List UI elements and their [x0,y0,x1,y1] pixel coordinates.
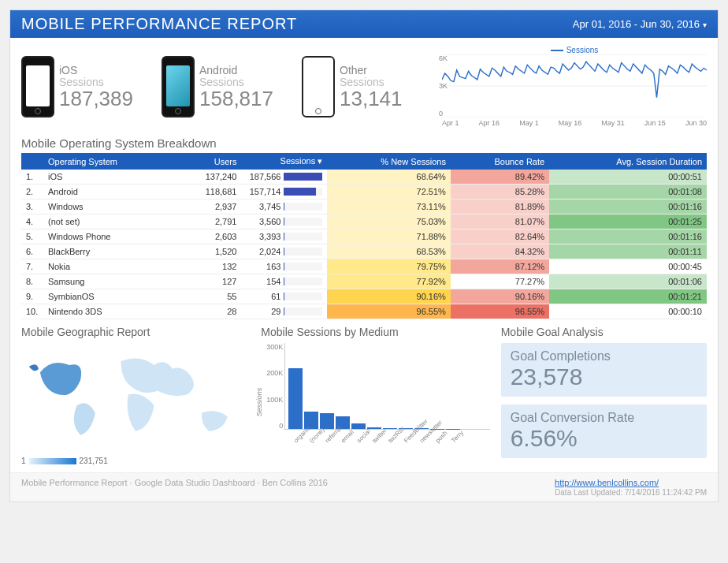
medium-bar-chart[interactable]: Sessions 300K200K100K0 organic(none)refe… [261,343,489,453]
map-gradient [29,458,76,464]
bar-twitter[interactable] [367,427,381,429]
bar-twzRss[interactable] [383,428,397,429]
goal-conversion-value: 6.56% [511,425,697,452]
goal-completions-card: Goal Completions 23,578 [501,343,707,397]
android-phone-icon [162,56,195,117]
table-row[interactable]: 3.Windows2,9373,74573.11%81.89%00:01:16 [21,199,707,214]
table-column-header[interactable]: Avg. Session Duration [549,153,707,170]
geo-title: Mobile Geographic Report [21,326,250,338]
android-label: Android [199,65,273,76]
medium-block: Mobile Sessions by Medium Sessions 300K2… [261,326,489,466]
sparkline-x-axis: Apr 1Apr 16May 1May 16May 31Jun 15Jun 30 [442,119,707,127]
map-max: 231,751 [80,457,108,465]
iphone-icon [21,56,54,117]
table-row[interactable]: 1.iOS137,240187,56668.64%89.42%00:00:51 [21,170,707,185]
table-column-header[interactable]: Sessions ▾ [241,153,327,170]
table-row[interactable]: 2.Android118,681157,71472.51%85.28%00:01… [21,185,707,199]
footer-updated: Data Last Updated: 7/14/2016 11:24:42 PM [555,488,707,497]
goal-title: Mobile Goal Analysis [501,326,707,338]
table-column-header[interactable]: Users [174,153,242,170]
footer-credit: Mobile Performance Report · Google Data … [21,478,328,497]
sessions-sparkline: Sessions 6K3K0 Apr 1Apr 16May 1May 16May… [442,46,707,127]
table-column-header[interactable]: Bounce Rate [451,153,549,170]
report-container: MOBILE PERFORMANCE REPORT Apr 01, 2016 -… [9,9,719,502]
other-label: Other [340,65,403,76]
medium-title: Mobile Sessions by Medium [261,326,489,338]
bar-referral[interactable] [320,413,334,429]
table-row[interactable]: 8.Samsung12715477.92%77.27%00:01:06 [21,274,707,289]
top-metrics-row: iOS Sessions 187,389 Android Sessions 15… [10,38,718,132]
footer-link[interactable]: http://www.benlcollins.com/ [555,478,659,487]
os-breakdown-table: Operating SystemUsersSessions ▾% New Ses… [21,153,707,319]
android-value: 158,817 [199,88,273,109]
report-footer: Mobile Performance Report · Google Data … [10,472,718,501]
world-map[interactable] [21,343,250,453]
goal-conversion-card: Goal Conversion Rate 6.56% [501,405,707,458]
table-row[interactable]: 5.Windows Phone2,6033,39371.88%82.64%00:… [21,229,707,244]
bar-social[interactable] [351,423,366,429]
goal-conversion-label: Goal Conversion Rate [511,411,697,425]
os-table-title: Mobile Operating System Breakdown [10,132,718,153]
map-min: 1 [21,457,26,465]
table-row[interactable]: 6.BlackBerry1,5202,02468.53%84.32%00:01:… [21,244,707,259]
android-sessions-card: Android Sessions 158,817 [162,46,294,127]
bar-organic[interactable] [288,368,303,429]
goal-block: Mobile Goal Analysis Goal Completions 23… [501,326,707,466]
ios-value: 187,389 [59,88,133,109]
other-sessions-card: Other Sessions 13,141 [302,46,434,127]
table-row[interactable]: 9.SymbianOS556190.16%90.16%00:01:21 [21,289,707,304]
ios-label: iOS [59,65,133,76]
goal-completions-label: Goal Completions [511,349,697,364]
map-legend: 1 231,751 [21,457,250,465]
date-range-picker[interactable]: Apr 01, 2016 - Jun 30, 2016 [573,18,707,30]
barchart-ylabel: Sessions [255,388,263,417]
report-header: MOBILE PERFORMANCE REPORT Apr 01, 2016 -… [10,10,718,38]
other-value: 13,141 [340,88,403,109]
sparkline-chart[interactable]: 6K3K0 [442,54,707,117]
sparkline-legend: Sessions [442,46,707,54]
table-row[interactable]: 4.(not set)2,7913,56075.03%81.07%00:01:2… [21,214,707,229]
bottom-row: Mobile Geographic Report 1 231,751 Mobil… [10,319,718,472]
report-title: MOBILE PERFORMANCE REPORT [21,15,297,33]
table-header-row[interactable]: Operating SystemUsersSessions ▾% New Ses… [21,153,707,170]
ios-sessions-card: iOS Sessions 187,389 [21,46,154,127]
geo-block: Mobile Geographic Report 1 231,751 [21,326,250,466]
goal-completions-value: 23,578 [511,364,697,390]
table-column-header[interactable] [21,153,43,170]
table-body: 1.iOS137,240187,56668.64%89.42%00:00:512… [21,170,707,319]
table-column-header[interactable]: Operating System [43,153,174,170]
generic-phone-icon [302,56,335,117]
table-row[interactable]: 10.Nintendo 3DS282996.55%96.55%00:00:10 [21,304,707,319]
table-row[interactable]: 7.Nokia13216379.75%87.12%00:00:45 [21,259,707,274]
table-column-header[interactable]: % New Sessions [327,153,451,170]
